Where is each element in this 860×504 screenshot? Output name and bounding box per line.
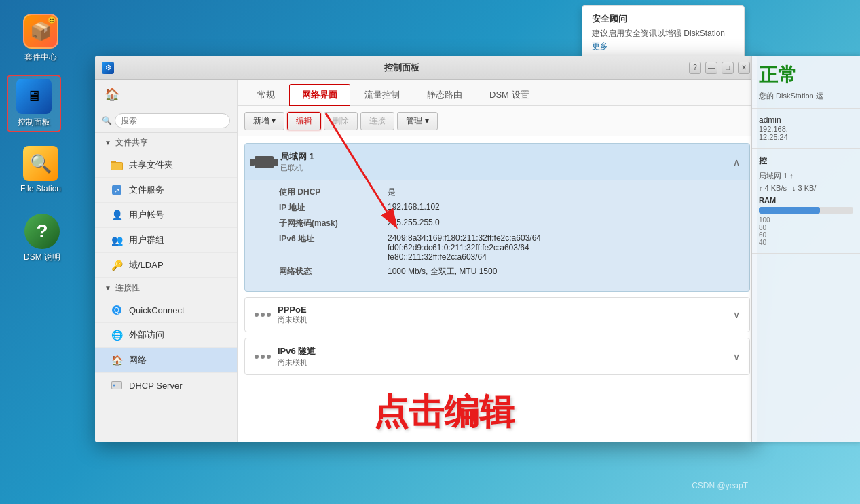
- user-name: admin: [759, 115, 853, 125]
- ip-label: IP 地址: [279, 202, 388, 214]
- pppoe-status: 尚未联机: [278, 315, 307, 325]
- sidebar-item-shared-folder[interactable]: 共享文件夹: [95, 153, 237, 178]
- bandwidth-info: ↑ 4 KB/s ↓ 3 KB/: [759, 184, 853, 192]
- sidebar-item-user-account[interactable]: 👤 用户帐号: [95, 203, 237, 228]
- monitor-title: 控: [759, 155, 853, 167]
- user-account-label: 用户帐号: [129, 209, 164, 221]
- user-group-icon: 👥: [110, 233, 124, 247]
- external-access-icon: 🌐: [110, 328, 124, 342]
- tab-general[interactable]: 常规: [244, 84, 288, 105]
- sidebar-item-external-access[interactable]: 🌐 外部访问: [95, 323, 237, 348]
- ipv6-tunnel-header[interactable]: IPv6 隧道 尚未联机 ∨: [245, 338, 749, 374]
- file-station-icon-img: 🔍: [23, 146, 58, 181]
- sidebar-section-connectivity[interactable]: ▼ 连接性: [95, 278, 237, 298]
- control-panel-label: 控制面板: [18, 117, 50, 128]
- network-item-ipv6-tunnel: IPv6 隧道 尚未联机 ∨: [244, 338, 750, 375]
- suite-center-icon[interactable]: 📦 😊 套件中心: [14, 14, 68, 63]
- dhcp-server-label: DHCP Server: [129, 381, 183, 391]
- svg-text:Q: Q: [114, 307, 119, 314]
- mask-label: 子网掩码(mask): [279, 218, 388, 229]
- dsm-help-desktop-icon[interactable]: ? DSM 说明: [15, 214, 69, 263]
- detail-row-dhcp: 使用 DHCP 是: [279, 187, 736, 198]
- mask-value: 255.255.255.0: [388, 218, 736, 229]
- lan1-collapse-icon[interactable]: ∧: [733, 157, 740, 168]
- control-panel-window: ⚙ 控制面板 ? — □ ✕ 🏠 🔍 ▼ 文件共享: [95, 56, 757, 442]
- detail-row-mask: 子网掩码(mask) 255.255.255.0: [279, 218, 736, 229]
- new-button[interactable]: 新增 ▾: [244, 112, 284, 130]
- network-label: 网络: [129, 354, 147, 366]
- delete-button[interactable]: 删除: [324, 112, 358, 130]
- sidebar-home-button[interactable]: 🏠: [95, 80, 237, 109]
- user-ip: 192.168.: [759, 125, 853, 133]
- suite-center-label: 套件中心: [24, 52, 57, 63]
- pppoe-name: PPPoE: [278, 305, 307, 315]
- user-time: 12:25:24: [759, 133, 853, 141]
- window-app-icon: ⚙: [102, 62, 114, 74]
- sidebar-search-input[interactable]: [115, 113, 230, 128]
- ram-label: RAM: [759, 196, 853, 204]
- toolbar: 新增 ▾ 编辑 删除 连接 管理 ▾: [238, 106, 757, 136]
- notification-link[interactable]: 更多: [592, 41, 608, 51]
- sidebar-item-network[interactable]: 🏠 网络: [95, 348, 237, 373]
- status-normal: 正常: [759, 62, 853, 88]
- tab-static-routes[interactable]: 静态路由: [414, 84, 475, 105]
- file-station-label: File Station: [20, 184, 61, 193]
- notification-title: 安全顾问: [592, 13, 734, 25]
- main-content: 常规 网络界面 流量控制 静态路由 DSM 设置 新增 ▾ 编辑 删除 连接 管…: [238, 80, 757, 442]
- file-services-icon: ↗: [110, 183, 124, 197]
- upload-speed: ↑ 4 KB/s: [759, 184, 787, 192]
- shared-folder-icon: [110, 158, 124, 172]
- svg-point-9: [113, 385, 115, 387]
- monitor-section: 控 局域网 1 ↑ ↑ 4 KB/s ↓ 3 KB/ RAM 100806040: [752, 149, 860, 254]
- lan1-info: 局域网 1 已联机: [280, 151, 314, 173]
- tab-network-interface[interactable]: 网络界面: [289, 84, 350, 106]
- window-minimize-button[interactable]: —: [705, 62, 717, 74]
- file-station-desktop-icon[interactable]: 🔍 File Station: [14, 146, 68, 193]
- window-help-button[interactable]: ?: [689, 62, 701, 74]
- shared-folder-label: 共享文件夹: [129, 159, 173, 171]
- window-maximize-button[interactable]: □: [722, 62, 734, 74]
- manage-button[interactable]: 管理 ▾: [397, 112, 437, 130]
- ipv6-tunnel-left: IPv6 隧道 尚未联机: [255, 345, 316, 368]
- pppoe-expand-icon[interactable]: ∨: [733, 309, 740, 320]
- status-desc: 您的 DiskStation 运: [759, 91, 853, 101]
- tab-traffic-control[interactable]: 流量控制: [352, 84, 413, 105]
- user-section: admin 192.168. 12:25:24: [752, 109, 860, 149]
- ipv6-value: 2409:8a34:169:f180:211:32ff:fe2c:a603/64…: [388, 233, 736, 262]
- svg-rect-2: [111, 163, 122, 170]
- lan1-header[interactable]: 局域网 1 已联机 ∧: [245, 144, 749, 180]
- sidebar-item-domain-ldap[interactable]: 🔑 域/LDAP: [95, 253, 237, 278]
- file-sharing-section-label: 文件共享: [115, 137, 148, 149]
- sidebar-item-user-group[interactable]: 👥 用户群组: [95, 228, 237, 253]
- edit-button[interactable]: 编辑: [287, 112, 321, 130]
- tab-dsm-settings[interactable]: DSM 设置: [476, 84, 542, 105]
- tabs-bar: 常规 网络界面 流量控制 静态路由 DSM 设置: [238, 80, 757, 106]
- ram-values: 100806040: [759, 216, 853, 246]
- download-speed: ↓ 3 KB/: [792, 184, 816, 192]
- detail-row-net-status: 网络状态 1000 Mb/s, 全双工, MTU 1500: [279, 266, 736, 277]
- domain-ldap-label: 域/LDAP: [129, 259, 164, 271]
- sidebar-item-dhcp-server[interactable]: DHCP Server: [95, 373, 237, 398]
- user-account-icon: 👤: [110, 208, 124, 222]
- network-monitor-label: 局域网 1 ↑: [759, 172, 793, 180]
- ipv6-label: IPv6 地址: [279, 233, 388, 262]
- sidebar-item-file-services[interactable]: ↗ 文件服务: [95, 178, 237, 203]
- svg-text:↗: ↗: [114, 187, 119, 194]
- dsm-help-label: DSM 说明: [24, 252, 60, 263]
- sidebar-item-quickconnect[interactable]: Q QuickConnect: [95, 298, 237, 323]
- window-close-button[interactable]: ✕: [738, 62, 750, 74]
- sidebar-section-file-sharing[interactable]: ▼ 文件共享: [95, 133, 237, 153]
- chevron-down-icon: ▼: [105, 139, 111, 147]
- detail-row-ip: IP 地址 192.168.1.102: [279, 202, 736, 214]
- network-list: 局域网 1 已联机 ∧ 使用 DHCP 是 IP 地址: [238, 136, 757, 442]
- lan1-left: 局域网 1 已联机: [255, 151, 314, 173]
- pppoe-header[interactable]: PPPoE 尚未联机 ∨: [245, 298, 749, 332]
- ram-bar: [759, 207, 853, 214]
- connect-button[interactable]: 连接: [360, 112, 394, 130]
- ethernet-icon: [255, 156, 274, 168]
- domain-ldap-icon: 🔑: [110, 258, 124, 272]
- ipv6-tunnel-expand-icon[interactable]: ∨: [733, 351, 740, 362]
- network-item-pppoe: PPPoE 尚未联机 ∨: [244, 297, 750, 332]
- control-panel-desktop-icon[interactable]: 🖥 控制面板: [7, 75, 61, 132]
- quickconnect-icon: Q: [110, 303, 124, 317]
